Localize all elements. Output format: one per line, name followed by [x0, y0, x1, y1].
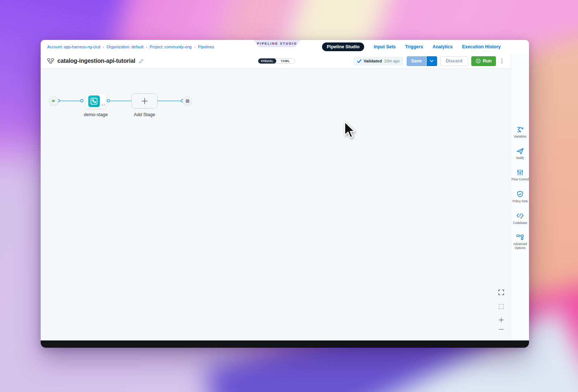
stage-node-demo-stage[interactable] [86, 94, 106, 109]
chevron-down-icon [430, 60, 434, 62]
sidebar-item-label: Policy Sets [512, 199, 528, 203]
sidebar-item-policy-sets[interactable]: Policy Sets [512, 191, 529, 203]
visual-yaml-toggle: VISUAL YAML [258, 58, 295, 64]
breadcrumb-account[interactable]: Account: app-harness-ng-cicd [47, 45, 100, 49]
play-icon [52, 99, 56, 103]
tab-analytics[interactable]: Analytics [432, 44, 453, 49]
save-button[interactable]: Save [407, 56, 426, 66]
sidebar-item-codebase[interactable]: Codebase [512, 212, 529, 225]
breadcrumb: Account: app-harness-ng-cicd › Organizat… [47, 45, 214, 49]
sidebar-item-variables[interactable]: Variables [512, 126, 529, 139]
pipeline-studio-window: Account: app-harness-ng-cicd › Organizat… [41, 40, 529, 348]
flow-control-sliders-icon [517, 169, 524, 176]
edge-add-to-end [158, 101, 182, 101]
fit-view-button[interactable] [497, 302, 505, 310]
zoom-out-icon [498, 326, 504, 332]
toggle-yaml[interactable]: YAML [276, 58, 294, 64]
stop-icon [186, 99, 190, 103]
sidebar-item-advanced-options[interactable]: Advanced Options [512, 234, 529, 250]
sidebar-item-label: Codebase [513, 221, 527, 225]
tab-input-sets[interactable]: Input Sets [374, 44, 395, 49]
toolbar-actions: Validated 10m ago Save Discard [353, 56, 505, 66]
header-nav-tabs: Pipeline Studio Input Sets Triggers Anal… [322, 40, 501, 54]
pipeline-canvas[interactable]: demo-stage Add Stage [41, 68, 511, 340]
pipeline-start-node [49, 96, 58, 106]
sidebar-item-label: Notify [516, 156, 524, 160]
custom-stage-icon [88, 95, 100, 107]
fullscreen-button[interactable] [497, 288, 505, 296]
tab-triggers[interactable]: Triggers [405, 44, 423, 49]
window-body: catalog-ingestion-api-tutorial VISUAL YA… [41, 54, 529, 340]
codebase-icon [516, 212, 524, 220]
pipeline-title-group: catalog-ingestion-api-tutorial [47, 58, 144, 64]
breadcrumb-project[interactable]: Project: community-eng [150, 45, 192, 49]
run-play-icon [476, 58, 481, 64]
toggle-visual[interactable]: VISUAL [258, 58, 276, 64]
run-button[interactable]: Run [471, 56, 496, 66]
fit-view-icon [499, 304, 504, 309]
advanced-options-icon [516, 234, 524, 241]
sigma-icon [516, 126, 524, 133]
add-stage-node[interactable] [131, 93, 158, 109]
pipeline-end-node [183, 96, 192, 106]
tab-execution-history[interactable]: Execution History [462, 44, 501, 49]
validated-label: Validated [364, 59, 382, 63]
edge-stage-to-add [108, 101, 131, 101]
zoom-in-button[interactable] [497, 316, 505, 324]
window-bottom-bar [41, 340, 529, 348]
sidebar-item-notify[interactable]: Notify [512, 148, 529, 160]
shield-check-icon [517, 191, 524, 198]
zoom-out-button[interactable] [497, 325, 505, 333]
paper-plane-icon [516, 148, 524, 155]
pipeline-graph-icon [47, 58, 54, 64]
zoom-in-icon [498, 317, 504, 323]
breadcrumb-pipelines[interactable]: Pipelines [198, 45, 214, 49]
link-point [107, 99, 110, 102]
sidebar-item-label: Flow Control [512, 177, 529, 181]
sidebar-item-label: Advanced Options [512, 242, 529, 250]
discard-button[interactable]: Discard [440, 56, 468, 66]
fullscreen-icon [498, 289, 504, 295]
edit-pencil-icon[interactable] [138, 58, 144, 64]
run-label: Run [483, 58, 492, 64]
breadcrumb-separator: › [146, 45, 147, 49]
sidebar-item-label: Variables [514, 135, 526, 139]
tab-pipeline-studio[interactable]: Pipeline Studio [322, 42, 364, 51]
pipeline-toolbar: catalog-ingestion-api-tutorial VISUAL YA… [41, 54, 511, 68]
sidebar-item-flow-control[interactable]: Flow Control [512, 169, 529, 181]
more-options-menu[interactable] [499, 57, 505, 65]
save-split-button: Save [407, 56, 437, 66]
validated-status-badge: Validated 10m ago [353, 57, 403, 65]
pipeline-studio-badge: PIPELINE STUDIO [253, 40, 301, 47]
stage-node-label: demo-stage [74, 112, 118, 117]
save-dropdown-button[interactable] [427, 56, 437, 66]
validated-time: 10m ago [384, 59, 400, 63]
canvas-controls [497, 288, 505, 333]
breadcrumb-separator: › [194, 45, 195, 49]
breadcrumb-organization[interactable]: Organization: default [106, 45, 143, 49]
window-top-bar: Account: app-harness-ng-cicd › Organizat… [41, 40, 529, 54]
right-sidebar: Variables Notify Flow Control [511, 54, 529, 340]
check-icon [357, 59, 362, 63]
page-title: catalog-ingestion-api-tutorial [57, 58, 135, 64]
main-column: catalog-ingestion-api-tutorial VISUAL YA… [41, 54, 511, 340]
breadcrumb-separator: › [103, 45, 104, 49]
stage-code-badge-icon [102, 103, 105, 106]
link-point [80, 99, 84, 102]
edge-start-to-stage [58, 101, 82, 101]
add-stage-label: Add Stage [123, 112, 166, 117]
plus-icon [141, 98, 148, 105]
